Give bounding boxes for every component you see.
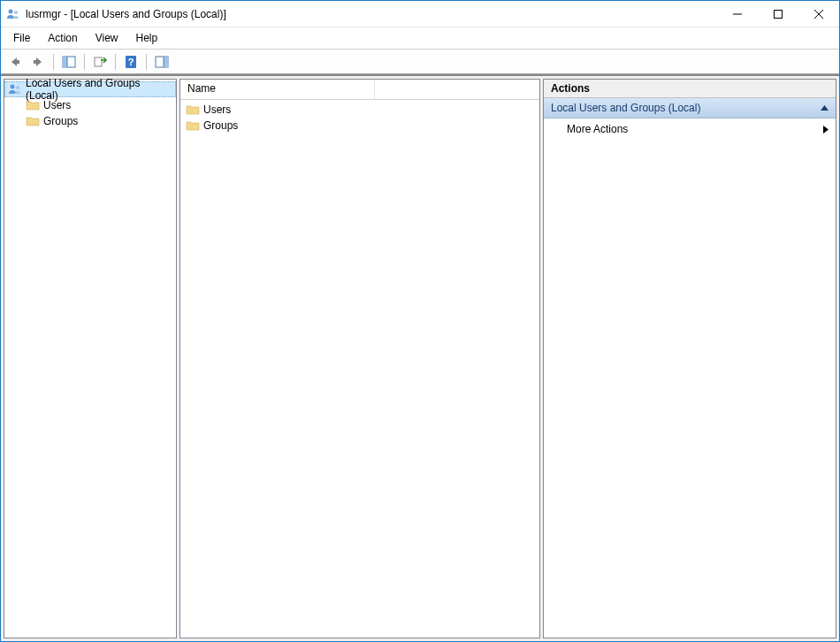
submenu-arrow-icon — [823, 126, 829, 134]
svg-rect-7 — [34, 60, 37, 64]
actions-pane: Actions Local Users and Groups (Local) M… — [543, 79, 836, 638]
back-button[interactable] — [4, 52, 26, 72]
svg-rect-3 — [775, 10, 783, 18]
svg-text:?: ? — [128, 57, 134, 67]
users-groups-icon — [8, 82, 22, 96]
toolbar-separator — [84, 54, 85, 70]
toolbar: ? — [1, 50, 839, 74]
svg-point-0 — [9, 9, 13, 13]
minimize-button[interactable] — [717, 1, 758, 27]
window-title: lusrmgr - [Local Users and Groups (Local… — [26, 8, 226, 20]
list-body: Users Groups — [180, 100, 539, 135]
column-header-name[interactable]: Name — [180, 80, 375, 99]
maximize-button[interactable] — [758, 1, 798, 27]
folder-icon — [186, 103, 200, 117]
show-hide-tree-button[interactable] — [58, 52, 80, 72]
tree-item-label: Groups — [43, 115, 78, 127]
svg-rect-9 — [63, 57, 67, 67]
tree-root-node[interactable]: Local Users and Groups (Local) — [4, 81, 176, 97]
tree-root-label: Local Users and Groups (Local) — [26, 77, 172, 102]
svg-rect-11 — [95, 57, 102, 66]
list-header: Name — [180, 80, 539, 100]
list-pane: Name Users Groups — [179, 79, 540, 638]
list-item-users[interactable]: Users — [184, 102, 536, 118]
title-bar: lusrmgr - [Local Users and Groups (Local… — [1, 1, 839, 27]
actions-more-actions[interactable]: More Actions — [544, 118, 836, 140]
tree-item-label: Users — [43, 99, 71, 111]
menu-bar: File Action View Help — [1, 27, 839, 50]
list-item-groups[interactable]: Groups — [184, 118, 536, 134]
tree: Local Users and Groups (Local) Users Gro… — [4, 80, 176, 131]
menu-action[interactable]: Action — [39, 29, 86, 47]
svg-point-1 — [14, 11, 18, 14]
tree-pane: Local Users and Groups (Local) Users Gro… — [4, 79, 177, 638]
export-list-button[interactable] — [89, 52, 111, 72]
help-button[interactable]: ? — [120, 52, 141, 72]
toolbar-separator — [146, 54, 147, 70]
svg-rect-6 — [16, 60, 19, 64]
column-header-blank[interactable] — [375, 80, 539, 99]
menu-help[interactable]: Help — [127, 29, 167, 47]
collapse-icon — [821, 105, 829, 111]
content-area: Local Users and Groups (Local) Users Gro… — [1, 74, 839, 641]
menu-file[interactable]: File — [4, 29, 39, 47]
toolbar-separator — [115, 54, 116, 70]
list-item-label: Users — [203, 103, 231, 116]
folder-icon — [186, 118, 200, 133]
actions-section-header[interactable]: Local Users and Groups (Local) — [544, 98, 836, 118]
folder-icon — [26, 98, 40, 112]
show-hide-action-pane-button[interactable] — [151, 52, 172, 72]
menu-view[interactable]: View — [87, 29, 127, 47]
app-icon — [6, 7, 20, 21]
close-button[interactable] — [798, 1, 839, 27]
window-controls — [717, 1, 839, 27]
tree-node-groups[interactable]: Groups — [4, 113, 176, 129]
list-item-label: Groups — [203, 119, 238, 132]
forward-button[interactable] — [27, 52, 49, 72]
actions-section-label: Local Users and Groups (Local) — [551, 102, 700, 114]
actions-item-label: More Actions — [567, 123, 628, 135]
toolbar-separator — [53, 54, 54, 70]
svg-point-18 — [16, 86, 19, 89]
folder-icon — [26, 114, 40, 128]
svg-rect-15 — [164, 57, 168, 67]
svg-point-17 — [11, 85, 15, 89]
actions-title: Actions — [544, 80, 836, 98]
